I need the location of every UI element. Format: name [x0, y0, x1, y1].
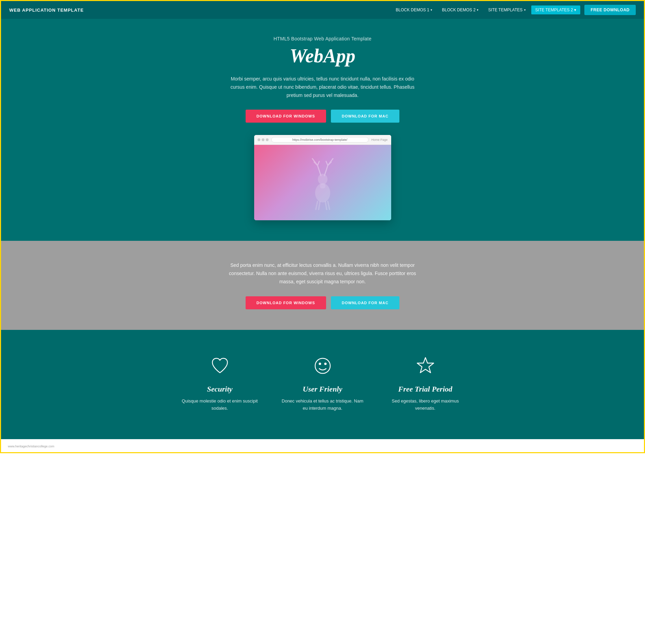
browser-dots [258, 138, 269, 141]
svg-point-9 [324, 363, 326, 364]
svg-line-2 [316, 201, 318, 209]
chevron-down-icon: ▾ [574, 8, 576, 12]
feature-title-security: Security [179, 385, 261, 394]
navbar: WEB APPLICATION TEMPLATE BLOCK DEMOS 1 ▾… [1, 1, 644, 19]
browser-mockup: https://mobirise.com/bootstrap-template/… [254, 135, 391, 220]
svg-line-4 [325, 202, 327, 210]
gray-description: Sed porta enim nunc, at efficitur lectus… [227, 261, 419, 286]
hero-subtitle: HTML5 Bootstrap Web Application Template [8, 36, 637, 41]
star-icon [415, 356, 436, 376]
gray-section: Sed porta enim nunc, at efficitur lectus… [1, 241, 644, 330]
browser-content [254, 145, 391, 220]
feature-desc-user-friendly: Donec vehicula et tellus ac tristique. N… [282, 398, 364, 412]
nav-block-demos-2[interactable]: BLOCK DEMOS 2 ▾ [438, 5, 483, 14]
free-download-button[interactable]: FREE DOWNLOAD [584, 5, 636, 15]
browser-url-bar: https://mobirise.com/bootstrap-template/ [271, 137, 369, 143]
svg-line-3 [319, 202, 320, 210]
feature-title-free-trial: Free Trial Period [384, 385, 467, 394]
feature-desc-free-trial: Sed egestas, libero eget maximus venenat… [384, 398, 467, 412]
features-grid: Security Quisque molestie odio et enim s… [169, 354, 477, 412]
footer: www.heritagechristiancollege.com [1, 439, 644, 452]
download-mac-button[interactable]: DOWNLOAD FOR MAC [331, 110, 399, 123]
nav-block-demos-1[interactable]: BLOCK DEMOS 1 ▾ [392, 5, 436, 14]
feature-user-friendly: User Frienly Donec vehicula et tellus ac… [282, 354, 364, 412]
browser-dot-yellow [262, 138, 264, 141]
svg-marker-10 [417, 358, 434, 373]
smiley-icon [312, 356, 333, 376]
feature-desc-security: Quisque molestie odio et enim suscipit s… [179, 398, 261, 412]
svg-point-0 [318, 174, 327, 185]
svg-line-5 [328, 201, 330, 209]
navbar-right: BLOCK DEMOS 1 ▾ BLOCK DEMOS 2 ▾ SITE TEM… [392, 5, 636, 15]
svg-rect-6 [320, 184, 325, 188]
feature-icon-user-friendly [311, 354, 335, 378]
browser-home-label: Home Page [371, 138, 388, 141]
hero-title: WebApp [8, 45, 637, 67]
download-windows-button[interactable]: DOWNLOAD FOR WINDOWS [246, 110, 326, 123]
feature-free-trial: Free Trial Period Sed egestas, libero eg… [384, 354, 467, 412]
browser-dot-red [258, 138, 260, 141]
hero-section: HTML5 Bootstrap Web Application Template… [1, 19, 644, 241]
svg-point-8 [319, 363, 321, 364]
gray-download-mac-button[interactable]: DOWNLOAD FOR MAC [331, 296, 399, 309]
deer-illustration [302, 155, 343, 210]
hero-buttons: DOWNLOAD FOR WINDOWS DOWNLOAD FOR MAC [8, 110, 637, 123]
feature-security: Security Quisque molestie odio et enim s… [179, 354, 261, 412]
svg-point-7 [315, 358, 330, 373]
gray-download-windows-button[interactable]: DOWNLOAD FOR WINDOWS [246, 296, 326, 309]
footer-url: www.heritagechristiancollege.com [8, 445, 54, 448]
chevron-down-icon: ▾ [524, 8, 526, 12]
feature-icon-security [208, 354, 232, 378]
features-section: Security Quisque molestie odio et enim s… [1, 330, 644, 439]
feature-title-user-friendly: User Frienly [282, 385, 364, 394]
nav-site-templates-2[interactable]: SITE TEMPLATES 2 ▾ [531, 5, 581, 14]
chevron-down-icon: ▾ [477, 8, 479, 12]
brand-logo: WEB APPLICATION TEMPLATE [9, 8, 84, 13]
hero-description: Morbi semper, arcu quis varius ultricies… [230, 75, 415, 99]
browser-dot-green [266, 138, 269, 141]
feature-icon-free-trial [413, 354, 437, 378]
gray-buttons: DOWNLOAD FOR WINDOWS DOWNLOAD FOR MAC [8, 296, 637, 309]
nav-site-templates[interactable]: SITE TEMPLATES ▾ [484, 5, 530, 14]
chevron-down-icon: ▾ [431, 8, 432, 12]
browser-toolbar: https://mobirise.com/bootstrap-template/… [254, 135, 391, 145]
heart-icon [210, 356, 230, 376]
